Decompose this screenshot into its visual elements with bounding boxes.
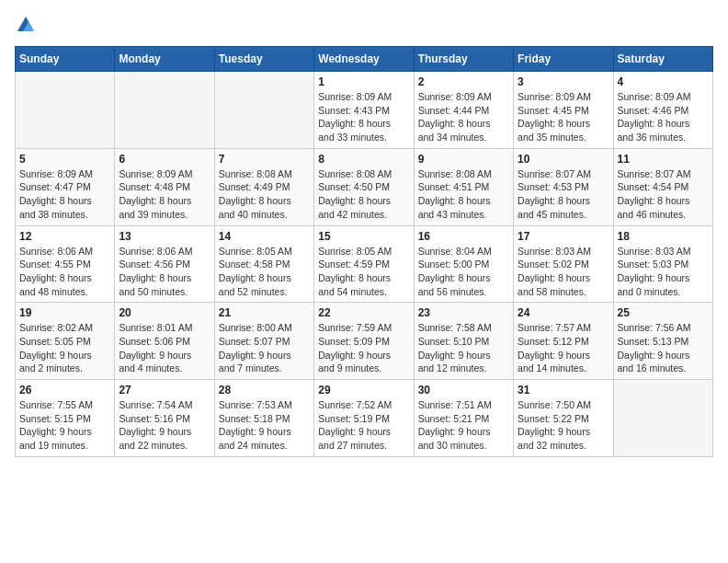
day-number: 27	[119, 384, 210, 396]
calendar-cell: 26Sunrise: 7:55 AM Sunset: 5:15 PM Dayli…	[16, 380, 115, 457]
calendar-cell: 16Sunrise: 8:04 AM Sunset: 5:00 PM Dayli…	[414, 225, 513, 303]
day-info: Sunrise: 8:02 AM Sunset: 5:05 PM Dayligh…	[19, 321, 110, 375]
day-info: Sunrise: 8:08 AM Sunset: 4:49 PM Dayligh…	[219, 167, 310, 222]
day-number: 17	[518, 230, 609, 243]
day-info: Sunrise: 8:09 AM Sunset: 4:44 PM Dayligh…	[418, 90, 509, 144]
calendar-cell: 23Sunrise: 7:58 AM Sunset: 5:10 PM Dayli…	[414, 303, 513, 380]
day-info: Sunrise: 8:03 AM Sunset: 5:02 PM Dayligh…	[518, 245, 609, 299]
calendar-cell: 21Sunrise: 8:00 AM Sunset: 5:07 PM Dayli…	[214, 303, 313, 380]
logo	[15, 15, 37, 35]
day-info: Sunrise: 7:50 AM Sunset: 5:22 PM Dayligh…	[518, 398, 609, 453]
day-number: 9	[418, 153, 509, 166]
day-info: Sunrise: 8:00 AM Sunset: 5:07 PM Dayligh…	[219, 321, 310, 375]
day-info: Sunrise: 7:56 AM Sunset: 5:13 PM Dayligh…	[618, 321, 709, 375]
day-number: 4	[618, 75, 709, 88]
day-number: 16	[418, 230, 509, 243]
day-info: Sunrise: 7:57 AM Sunset: 5:12 PM Dayligh…	[518, 321, 609, 375]
day-info: Sunrise: 8:01 AM Sunset: 5:06 PM Dayligh…	[119, 321, 210, 375]
calendar-cell: 6Sunrise: 8:09 AM Sunset: 4:48 PM Daylig…	[115, 148, 214, 225]
calendar-cell: 18Sunrise: 8:03 AM Sunset: 5:03 PM Dayli…	[613, 225, 712, 303]
day-header-tuesday: Tuesday	[214, 47, 313, 72]
calendar-cell	[16, 72, 115, 149]
calendar-cell: 8Sunrise: 8:08 AM Sunset: 4:50 PM Daylig…	[314, 148, 414, 225]
day-header-monday: Monday	[115, 47, 214, 72]
calendar-cell: 14Sunrise: 8:05 AM Sunset: 4:58 PM Dayli…	[214, 225, 313, 303]
calendar-cell: 31Sunrise: 7:50 AM Sunset: 5:22 PM Dayli…	[514, 380, 613, 457]
day-info: Sunrise: 7:54 AM Sunset: 5:16 PM Dayligh…	[119, 398, 210, 453]
day-info: Sunrise: 7:53 AM Sunset: 5:18 PM Dayligh…	[219, 398, 310, 453]
day-number: 7	[219, 153, 310, 166]
day-number: 26	[19, 384, 110, 396]
calendar-cell: 13Sunrise: 8:06 AM Sunset: 4:56 PM Dayli…	[115, 225, 214, 303]
day-number: 18	[618, 230, 709, 243]
calendar-cell: 1Sunrise: 8:09 AM Sunset: 4:43 PM Daylig…	[314, 72, 414, 149]
day-number: 29	[318, 384, 409, 396]
day-number: 12	[19, 230, 110, 243]
calendar-cell: 10Sunrise: 8:07 AM Sunset: 4:53 PM Dayli…	[514, 148, 613, 225]
calendar-cell: 7Sunrise: 8:08 AM Sunset: 4:49 PM Daylig…	[214, 148, 313, 225]
day-info: Sunrise: 7:58 AM Sunset: 5:10 PM Dayligh…	[418, 321, 509, 375]
calendar-week-4: 19Sunrise: 8:02 AM Sunset: 5:05 PM Dayli…	[16, 303, 713, 380]
calendar-cell: 12Sunrise: 8:06 AM Sunset: 4:55 PM Dayli…	[16, 225, 115, 303]
day-header-wednesday: Wednesday	[314, 47, 414, 72]
day-info: Sunrise: 8:05 AM Sunset: 4:59 PM Dayligh…	[318, 245, 409, 299]
calendar-cell: 3Sunrise: 8:09 AM Sunset: 4:45 PM Daylig…	[514, 72, 613, 149]
day-info: Sunrise: 7:59 AM Sunset: 5:09 PM Dayligh…	[318, 321, 409, 375]
calendar-cell: 22Sunrise: 7:59 AM Sunset: 5:09 PM Dayli…	[314, 303, 414, 380]
calendar-cell: 24Sunrise: 7:57 AM Sunset: 5:12 PM Dayli…	[514, 303, 613, 380]
logo-icon	[16, 15, 36, 35]
day-number: 6	[119, 153, 210, 166]
day-number: 13	[119, 230, 210, 243]
day-header-saturday: Saturday	[613, 47, 712, 72]
day-number: 23	[418, 306, 509, 319]
calendar-week-1: 1Sunrise: 8:09 AM Sunset: 4:43 PM Daylig…	[16, 72, 713, 149]
day-number: 8	[318, 153, 409, 166]
day-info: Sunrise: 8:06 AM Sunset: 4:56 PM Dayligh…	[119, 245, 210, 299]
day-header-friday: Friday	[514, 47, 613, 72]
day-info: Sunrise: 8:08 AM Sunset: 4:50 PM Dayligh…	[318, 167, 409, 222]
calendar-cell: 19Sunrise: 8:02 AM Sunset: 5:05 PM Dayli…	[16, 303, 115, 380]
day-number: 22	[318, 306, 409, 319]
day-info: Sunrise: 8:07 AM Sunset: 4:54 PM Dayligh…	[618, 167, 709, 222]
calendar-cell: 28Sunrise: 7:53 AM Sunset: 5:18 PM Dayli…	[214, 380, 313, 457]
day-number: 24	[518, 306, 609, 319]
calendar-week-5: 26Sunrise: 7:55 AM Sunset: 5:15 PM Dayli…	[16, 380, 713, 457]
day-info: Sunrise: 8:04 AM Sunset: 5:00 PM Dayligh…	[418, 245, 509, 299]
day-number: 10	[518, 153, 609, 166]
day-number: 30	[418, 384, 509, 396]
day-info: Sunrise: 8:09 AM Sunset: 4:43 PM Dayligh…	[318, 90, 409, 144]
day-header-sunday: Sunday	[16, 47, 115, 72]
day-info: Sunrise: 8:09 AM Sunset: 4:45 PM Dayligh…	[518, 90, 609, 144]
day-number: 1	[318, 75, 409, 88]
day-info: Sunrise: 8:07 AM Sunset: 4:53 PM Dayligh…	[518, 167, 609, 222]
day-number: 3	[518, 75, 609, 88]
calendar-cell: 9Sunrise: 8:08 AM Sunset: 4:51 PM Daylig…	[414, 148, 513, 225]
calendar-cell	[214, 72, 313, 149]
day-info: Sunrise: 7:55 AM Sunset: 5:15 PM Dayligh…	[19, 398, 110, 453]
day-info: Sunrise: 8:03 AM Sunset: 5:03 PM Dayligh…	[618, 245, 709, 299]
calendar-cell	[115, 72, 214, 149]
calendar-cell: 11Sunrise: 8:07 AM Sunset: 4:54 PM Dayli…	[613, 148, 712, 225]
day-info: Sunrise: 8:08 AM Sunset: 4:51 PM Dayligh…	[418, 167, 509, 222]
calendar-header-row: SundayMondayTuesdayWednesdayThursdayFrid…	[16, 47, 713, 72]
calendar-cell: 2Sunrise: 8:09 AM Sunset: 4:44 PM Daylig…	[414, 72, 513, 149]
calendar-week-3: 12Sunrise: 8:06 AM Sunset: 4:55 PM Dayli…	[16, 225, 713, 303]
calendar-cell: 5Sunrise: 8:09 AM Sunset: 4:47 PM Daylig…	[16, 148, 115, 225]
day-number: 20	[119, 306, 210, 319]
day-number: 15	[318, 230, 409, 243]
day-info: Sunrise: 8:09 AM Sunset: 4:47 PM Dayligh…	[19, 167, 110, 222]
calendar-cell	[613, 380, 712, 457]
calendar-cell: 30Sunrise: 7:51 AM Sunset: 5:21 PM Dayli…	[414, 380, 513, 457]
day-info: Sunrise: 8:06 AM Sunset: 4:55 PM Dayligh…	[19, 245, 110, 299]
calendar-cell: 27Sunrise: 7:54 AM Sunset: 5:16 PM Dayli…	[115, 380, 214, 457]
day-info: Sunrise: 7:51 AM Sunset: 5:21 PM Dayligh…	[418, 398, 509, 453]
day-header-thursday: Thursday	[414, 47, 513, 72]
day-info: Sunrise: 7:52 AM Sunset: 5:19 PM Dayligh…	[318, 398, 409, 453]
day-number: 2	[418, 75, 509, 88]
day-info: Sunrise: 8:09 AM Sunset: 4:46 PM Dayligh…	[618, 90, 709, 144]
calendar-cell: 20Sunrise: 8:01 AM Sunset: 5:06 PM Dayli…	[115, 303, 214, 380]
day-info: Sunrise: 8:09 AM Sunset: 4:48 PM Dayligh…	[119, 167, 210, 222]
calendar-cell: 17Sunrise: 8:03 AM Sunset: 5:02 PM Dayli…	[514, 225, 613, 303]
day-info: Sunrise: 8:05 AM Sunset: 4:58 PM Dayligh…	[219, 245, 310, 299]
calendar-week-2: 5Sunrise: 8:09 AM Sunset: 4:47 PM Daylig…	[16, 148, 713, 225]
